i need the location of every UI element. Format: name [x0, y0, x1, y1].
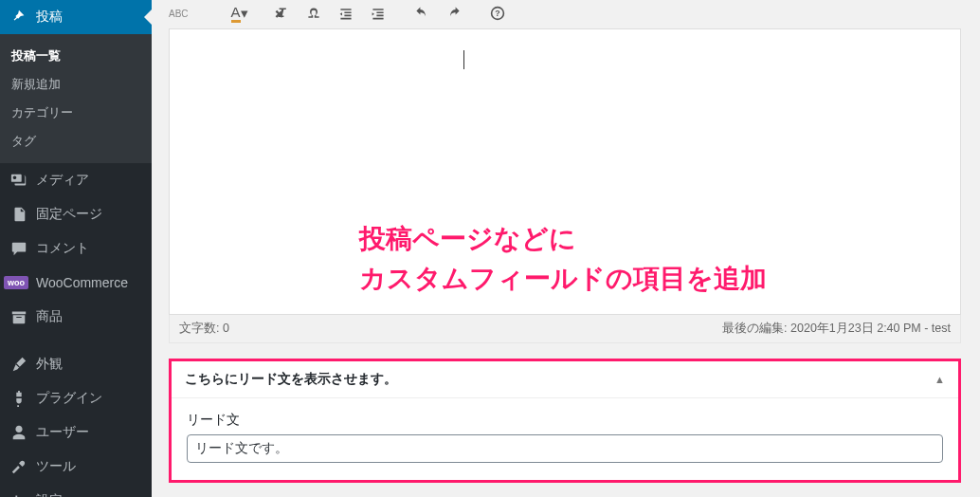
clear-format-button[interactable]	[268, 2, 295, 25]
metabox-toggle-icon[interactable]: ▲	[935, 374, 945, 385]
metabox-body: リード文	[172, 398, 958, 480]
submenu-item-add-new[interactable]: 新規追加	[0, 70, 152, 99]
sidebar-item-label: ユーザー	[36, 424, 89, 441]
editor-status-bar: 文字数: 0 最後の編集: 2020年1月23日 2:40 PM - test	[169, 315, 961, 343]
lead-text-input[interactable]	[187, 434, 943, 463]
admin-sidebar: 投稿 投稿一覧 新規追加 カテゴリー タグ メディア 固定ページ コメント wo…	[0, 0, 152, 497]
submenu-item-tags[interactable]: タグ	[0, 127, 152, 156]
sidebar-item-label: ツール	[36, 458, 76, 475]
submenu-item-categories[interactable]: カテゴリー	[0, 99, 152, 127]
sidebar-item-pages[interactable]: 固定ページ	[0, 197, 152, 231]
editor-wrap: 投稿ページなどに カスタムフィールドの項目を追加	[169, 28, 961, 315]
annotation-line-2: カスタムフィールドの項目を追加	[359, 259, 767, 299]
sidebar-item-posts[interactable]: 投稿	[0, 0, 152, 34]
woo-icon: woo	[9, 273, 28, 292]
redo-button[interactable]	[441, 2, 467, 25]
user-icon	[9, 423, 28, 442]
sidebar-item-woocommerce[interactable]: woo WooCommerce	[0, 266, 152, 300]
sidebar-item-label: 外観	[36, 356, 63, 373]
abc-label: ABC	[169, 9, 189, 19]
brush-icon	[9, 355, 28, 374]
main-content: ABC A▾ ? 投稿ページなどに カスタムフィールドの項目を追加 文字数: 0…	[152, 0, 980, 497]
sidebar-item-label: 商品	[36, 308, 63, 325]
last-edit-info: 最後の編集: 2020年1月23日 2:40 PM - test	[722, 321, 951, 337]
plugin-icon	[9, 389, 28, 408]
sidebar-item-comments[interactable]: コメント	[0, 231, 152, 266]
sidebar-item-label: 設定	[36, 492, 63, 497]
annotation-overlay: 投稿ページなどに カスタムフィールドの項目を追加	[359, 219, 767, 299]
pin-icon	[9, 8, 28, 27]
word-count: 文字数: 0	[179, 321, 229, 337]
annotation-line-1: 投稿ページなどに	[359, 219, 767, 259]
metabox-header[interactable]: こちらにリード文を表示させます。 ▲	[172, 361, 958, 398]
archive-icon	[9, 307, 28, 326]
comment-icon	[9, 239, 28, 258]
metabox-title: こちらにリード文を表示させます。	[185, 371, 397, 388]
settings-icon	[9, 491, 28, 497]
lead-text-label: リード文	[187, 412, 943, 429]
submenu-item-list[interactable]: 投稿一覧	[0, 42, 152, 70]
indent-button[interactable]	[365, 2, 391, 25]
wrench-icon	[9, 457, 28, 476]
outdent-button[interactable]	[333, 2, 359, 25]
undo-button[interactable]	[408, 2, 435, 25]
sidebar-item-label: 固定ページ	[36, 206, 102, 223]
visual-editor[interactable]: 投稿ページなどに カスタムフィールドの項目を追加	[170, 29, 960, 314]
sidebar-item-users[interactable]: ユーザー	[0, 415, 152, 450]
editor-toolbar: ABC A▾ ?	[169, 0, 961, 28]
sidebar-item-appearance[interactable]: 外観	[0, 347, 152, 381]
sidebar-item-label: メディア	[36, 172, 89, 189]
text-color-button[interactable]: A▾	[227, 2, 253, 25]
svg-text:?: ?	[495, 9, 499, 18]
sidebar-item-products[interactable]: 商品	[0, 300, 152, 334]
sidebar-item-settings[interactable]: 設定	[0, 484, 152, 497]
sidebar-item-plugins[interactable]: プラグイン	[0, 381, 152, 415]
custom-field-metabox: こちらにリード文を表示させます。 ▲ リード文	[169, 359, 961, 483]
sidebar-item-media[interactable]: メディア	[0, 163, 152, 197]
sidebar-submenu: 投稿一覧 新規追加 カテゴリー タグ	[0, 34, 152, 163]
sidebar-item-label: 投稿	[36, 9, 63, 26]
sidebar-item-label: プラグイン	[36, 390, 102, 407]
sidebar-item-tools[interactable]: ツール	[0, 450, 152, 484]
sidebar-item-label: コメント	[36, 240, 89, 257]
text-cursor	[463, 50, 464, 69]
sidebar-item-label: WooCommerce	[36, 275, 128, 290]
help-button[interactable]: ?	[484, 2, 511, 25]
page-icon	[9, 205, 28, 224]
special-char-button[interactable]	[300, 2, 327, 25]
media-icon	[9, 171, 28, 190]
